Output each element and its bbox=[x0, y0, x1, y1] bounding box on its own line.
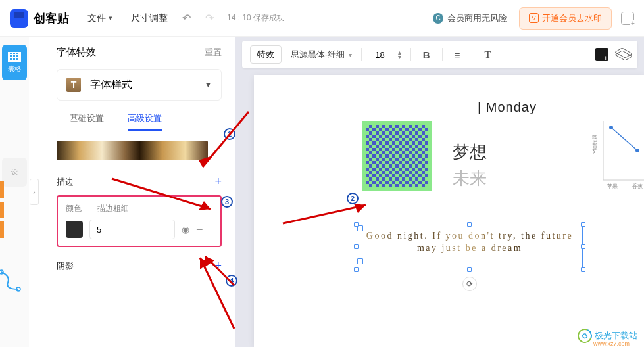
svg-text:苹果: 苹果 bbox=[607, 183, 618, 189]
export-icon[interactable] bbox=[621, 12, 634, 25]
size-menu[interactable]: 尺寸调整 bbox=[131, 12, 168, 24]
add-element-button[interactable] bbox=[595, 48, 608, 61]
mini-line-chart[interactable]: Y轴标题 苹果香蕉 bbox=[591, 114, 644, 193]
annotation-badge-4: 4 bbox=[226, 275, 237, 287]
watermark-url: www.xz7.com bbox=[593, 340, 630, 347]
undo-icon[interactable]: ↶ bbox=[182, 12, 191, 24]
align-button[interactable]: ≡ bbox=[452, 49, 463, 60]
add-shadow-button[interactable]: + bbox=[214, 259, 222, 273]
reset-button[interactable]: 重置 bbox=[205, 47, 222, 58]
tab-advanced[interactable]: 高级设置 bbox=[128, 112, 162, 131]
font-style-label: 字体样式 bbox=[90, 78, 132, 92]
text-dream[interactable]: 梦想 bbox=[453, 141, 487, 164]
decorative-bars bbox=[0, 181, 4, 238]
vip-button[interactable]: V 开通会员去水印 bbox=[519, 7, 612, 30]
watermark-logo-icon: G bbox=[576, 327, 594, 345]
canvas-area: 特效 思源黑体-纤细▾ 18 ▴▾ B ≡ T | Monday 梦想 未来 bbox=[235, 37, 644, 347]
selected-text-box[interactable]: Good night. If you don't try, the future… bbox=[357, 225, 583, 269]
selected-text-content: Good night. If you don't try, the future… bbox=[357, 225, 582, 258]
tab-basic[interactable]: 基础设置 bbox=[70, 112, 104, 131]
font-family-select[interactable]: 思源黑体-纤细▾ bbox=[291, 49, 352, 60]
left-toolbar: 表格 设 bbox=[0, 37, 29, 347]
svg-line-7 bbox=[611, 127, 637, 150]
texture-preview[interactable] bbox=[57, 141, 208, 160]
v-badge-icon: V bbox=[529, 13, 539, 23]
text-future[interactable]: 未来 bbox=[453, 167, 487, 190]
annotation-badge-1: 1 bbox=[224, 128, 235, 140]
svg-text:香蕉: 香蕉 bbox=[632, 183, 643, 189]
stroke-color-swatch[interactable] bbox=[66, 221, 83, 238]
decorative-curve bbox=[0, 269, 22, 293]
app-logo[interactable]: 创客贴 bbox=[10, 9, 69, 28]
chevron-down-icon: ▼ bbox=[205, 81, 212, 89]
svg-text:Y轴标题: Y轴标题 bbox=[592, 135, 598, 154]
table-icon bbox=[8, 52, 21, 62]
annotation-badge-3: 3 bbox=[221, 196, 233, 208]
annotation-badge-2: 2 bbox=[347, 193, 359, 204]
qr-code[interactable] bbox=[362, 121, 432, 191]
canvas-toolbar: 特效 思源黑体-纤细▾ 18 ▴▾ B ≡ T bbox=[242, 41, 637, 68]
stroke-thickness-input[interactable] bbox=[89, 220, 175, 239]
tool-settings[interactable]: 设 bbox=[2, 158, 27, 187]
effects-panel: 字体特效 重置 T 字体样式 ▼ 基础设置 高级设置 描边 + 颜色 描边粗细 bbox=[39, 37, 235, 347]
remove-stroke-button[interactable]: − bbox=[196, 223, 203, 237]
logo-icon bbox=[10, 9, 28, 28]
watermark: G 极光下载站 www.xz7.com bbox=[578, 329, 637, 343]
color-label: 颜色 bbox=[66, 203, 82, 214]
bold-button[interactable]: B bbox=[420, 49, 433, 60]
effects-button[interactable]: 特效 bbox=[250, 45, 282, 64]
member-info[interactable]: C 会员商用无风险 bbox=[433, 12, 507, 24]
brand-name: 创客贴 bbox=[34, 11, 69, 26]
redo-icon[interactable]: ↷ bbox=[205, 12, 214, 24]
font-size-value[interactable]: 18 bbox=[371, 50, 388, 60]
font-style-selector[interactable]: T 字体样式 ▼ bbox=[57, 69, 222, 101]
file-menu[interactable]: 文件▾ bbox=[87, 12, 112, 24]
thickness-label: 描边粗细 bbox=[97, 203, 129, 214]
c-badge-icon: C bbox=[433, 13, 443, 24]
text-monday[interactable]: | Monday bbox=[478, 100, 537, 115]
canvas-page[interactable]: | Monday 梦想 未来 Y轴标题 苹果香蕉 Good night. If … bbox=[254, 75, 644, 347]
panel-title: 字体特效 bbox=[57, 46, 96, 58]
font-size-stepper[interactable]: ▴▾ bbox=[398, 50, 401, 59]
add-stroke-button[interactable]: + bbox=[214, 175, 222, 189]
stroke-settings-box: 颜色 描边粗细 ◉ − bbox=[57, 195, 222, 247]
strikethrough-button[interactable]: T bbox=[482, 49, 493, 60]
save-status: 14 : 10 保存成功 bbox=[227, 12, 285, 24]
text-style-icon: T bbox=[66, 78, 81, 92]
stroke-section-label: 描边 bbox=[57, 176, 74, 188]
shadow-section-label: 阴影 bbox=[57, 260, 74, 272]
tool-table[interactable]: 表格 bbox=[2, 45, 27, 80]
visibility-toggle-icon[interactable]: ◉ bbox=[182, 224, 189, 235]
rotate-handle[interactable]: ⟳ bbox=[462, 277, 477, 291]
panel-collapse-handle[interactable]: › bbox=[30, 179, 39, 205]
layers-icon[interactable] bbox=[618, 49, 630, 60]
